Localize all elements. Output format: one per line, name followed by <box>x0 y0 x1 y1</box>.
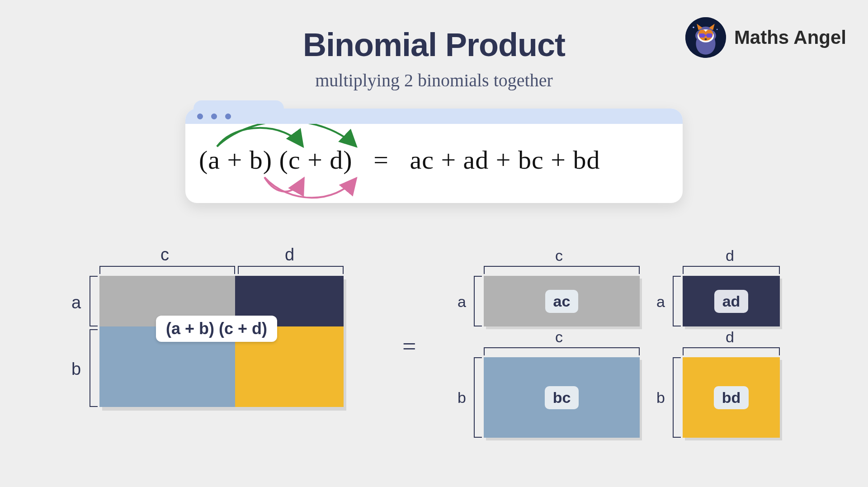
svg-rect-5 <box>699 33 705 38</box>
dimension-bar-d-small-2 <box>683 347 780 355</box>
svg-rect-7 <box>704 35 707 36</box>
dimension-label-b-small-2: b <box>656 389 665 407</box>
dimension-bar-b-small-2 <box>673 357 680 438</box>
dimension-bar-a <box>90 276 97 326</box>
dimension-label-b: b <box>71 359 81 379</box>
cell-ac-label: ac <box>545 290 579 313</box>
dimension-label-a-small-2: a <box>656 293 665 311</box>
dimension-label-d-small: d <box>726 247 734 265</box>
dimension-label-c-small-2: c <box>555 328 563 346</box>
dimension-bar-a-small-2 <box>673 276 680 326</box>
formula-rhs: ac + ad + bc + bd <box>410 145 600 175</box>
formula: (a + b) (c + d) = ac + ad + bc + bd <box>199 145 600 175</box>
cell-ac: ac <box>484 276 640 326</box>
equals-sign: = <box>402 332 416 360</box>
window-dot-icon <box>225 113 231 119</box>
combined-rectangle: (a + b) (c + d) <box>99 276 344 407</box>
dimension-bar-d <box>238 266 344 273</box>
dimension-bar-a-small <box>474 276 481 326</box>
formula-lhs: (a + b) (c + d) <box>199 145 353 175</box>
dimension-bar-c-small <box>484 266 640 273</box>
dimension-bar-d-small <box>683 266 780 273</box>
formula-eq: = <box>373 145 389 175</box>
dimension-label-c: c <box>160 245 169 265</box>
dimension-bar-b <box>90 329 97 407</box>
area-diagram: (a + b) (c + d) c d a b = ac c a ad d a … <box>68 244 814 434</box>
svg-point-1 <box>693 27 694 28</box>
svg-point-8 <box>704 38 707 40</box>
dimension-label-a: a <box>71 293 81 312</box>
window-dot-icon <box>211 113 217 119</box>
brand-name: Maths Angel <box>734 27 846 48</box>
window-dot-icon <box>197 113 203 119</box>
dimension-label-d: d <box>285 245 294 265</box>
dimension-label-a-small: a <box>458 293 466 311</box>
dimension-bar-c-small-2 <box>484 347 640 355</box>
dimension-label-c-small: c <box>555 247 563 265</box>
brand-logo-icon <box>685 17 726 58</box>
window-titlebar <box>185 109 683 124</box>
cell-bc-label: bc <box>545 386 579 409</box>
combined-rectangle-label: (a + b) (c + d) <box>156 316 277 342</box>
cell-bc: bc <box>484 357 640 438</box>
cell-bd: bd <box>683 357 780 438</box>
dimension-bar-c <box>99 266 235 273</box>
cell-bd-label: bd <box>714 386 749 409</box>
dimension-label-d-small-2: d <box>726 328 734 346</box>
formula-window: (a + b) (c + d) = ac + ad + bc + bd <box>185 109 683 203</box>
dimension-label-b-small: b <box>458 389 466 407</box>
brand: Maths Angel <box>685 17 846 58</box>
svg-point-2 <box>717 29 718 30</box>
formula-body: (a + b) (c + d) = ac + ad + bc + bd <box>185 124 683 203</box>
svg-rect-6 <box>707 33 712 38</box>
cell-ad-label: ad <box>714 290 749 313</box>
cell-ad: ad <box>683 276 780 326</box>
page-subtitle: multiplying 2 binomials together <box>0 70 868 91</box>
dimension-bar-b-small <box>474 357 481 438</box>
